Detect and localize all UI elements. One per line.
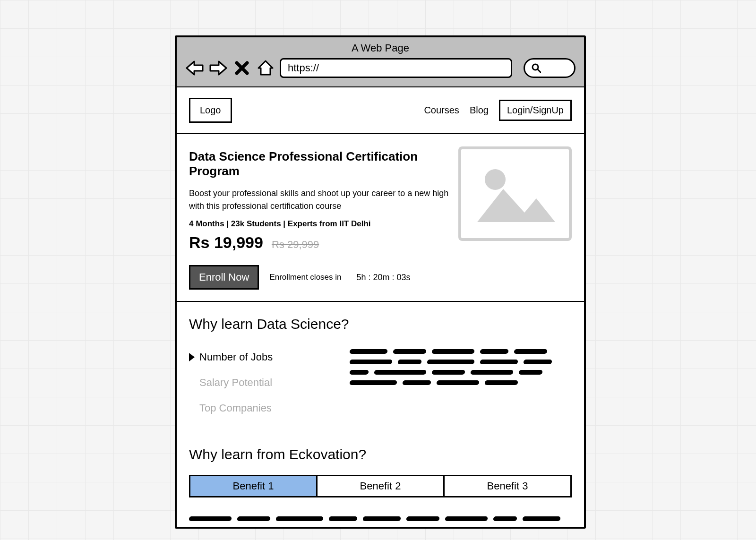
nav-link-courses[interactable]: Courses bbox=[424, 105, 459, 116]
close-icon[interactable] bbox=[232, 59, 251, 77]
address-bar-text: https:// bbox=[288, 62, 319, 74]
why-item-jobs[interactable]: Number of Jobs bbox=[189, 351, 331, 363]
image-icon bbox=[472, 161, 558, 227]
home-icon[interactable] bbox=[256, 59, 275, 77]
course-title: Data Science Professional Certification … bbox=[189, 149, 463, 179]
tab-benefit-3[interactable]: Benefit 3 bbox=[445, 476, 570, 496]
why-eckovation-heading: Why learn from Eckovation? bbox=[189, 446, 572, 463]
back-icon[interactable] bbox=[185, 59, 204, 77]
why-item-label: Top Companies bbox=[199, 402, 272, 414]
login-signup-button[interactable]: Login/SignUp bbox=[499, 100, 572, 121]
nav-link-blog[interactable]: Blog bbox=[470, 105, 489, 116]
price-original: Rs 29,999 bbox=[272, 239, 319, 251]
browser-window: A Web Page https:// Logo Course bbox=[175, 35, 586, 529]
course-meta: 4 Months | 23k Students | Experts from I… bbox=[189, 219, 463, 229]
tab-benefit-2[interactable]: Benefit 2 bbox=[318, 476, 445, 496]
countdown-value: 5h : 20m : 03s bbox=[357, 273, 411, 283]
logo[interactable]: Logo bbox=[189, 98, 232, 123]
tab-benefit-1[interactable]: Benefit 1 bbox=[190, 476, 318, 496]
browser-chrome: A Web Page https:// bbox=[177, 37, 584, 87]
why-learn-section: Why learn Data Science? Number of Jobs S… bbox=[177, 302, 584, 432]
countdown-label: Enrollment closes in bbox=[269, 273, 341, 282]
address-bar[interactable]: https:// bbox=[280, 58, 512, 78]
why-item-companies[interactable]: Top Companies bbox=[189, 402, 331, 414]
why-learn-heading: Why learn Data Science? bbox=[189, 316, 572, 332]
window-title: A Web Page bbox=[185, 42, 576, 54]
benefits-tabs: Benefit 1 Benefit 2 Benefit 3 bbox=[189, 475, 572, 497]
caret-right-icon bbox=[189, 353, 195, 361]
course-subtitle: Boost your professional skills and shoot… bbox=[189, 187, 454, 213]
why-eckovation-section: Why learn from Eckovation? Benefit 1 Ben… bbox=[177, 432, 584, 502]
why-item-salary[interactable]: Salary Potential bbox=[189, 377, 331, 389]
site-nav: Logo Courses Blog Login/SignUp bbox=[177, 87, 584, 134]
course-image-placeholder bbox=[458, 146, 572, 241]
hero-section: Data Science Professional Certification … bbox=[177, 134, 584, 302]
why-item-label: Number of Jobs bbox=[199, 351, 273, 363]
price-current: Rs 19,999 bbox=[189, 233, 263, 252]
benefit-content-placeholder bbox=[177, 502, 584, 522]
svg-point-1 bbox=[485, 169, 506, 190]
why-learn-content-placeholder bbox=[350, 344, 572, 428]
forward-icon[interactable] bbox=[209, 59, 228, 77]
enroll-button[interactable]: Enroll Now bbox=[189, 265, 259, 290]
why-item-label: Salary Potential bbox=[199, 377, 272, 389]
search-pill[interactable] bbox=[524, 58, 576, 78]
search-icon bbox=[532, 63, 541, 73]
